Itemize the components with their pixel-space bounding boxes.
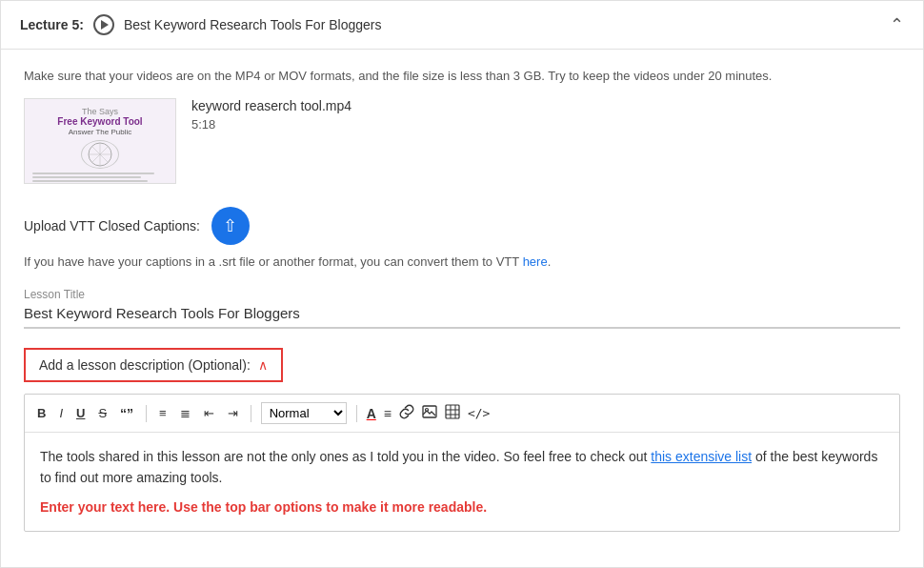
ordered-list-button[interactable]: ≡ bbox=[156, 404, 170, 422]
code-icon[interactable]: </> bbox=[468, 406, 490, 420]
align-icon[interactable]: ≡ bbox=[384, 406, 392, 421]
thumb-circle-decoration bbox=[81, 140, 119, 169]
collapse-icon[interactable]: ⌃ bbox=[890, 14, 904, 35]
format-select[interactable]: Normal Heading 1 Heading 2 Heading 3 Hea… bbox=[261, 402, 347, 424]
captions-info: If you have have your captions in a .srt… bbox=[24, 254, 900, 269]
description-chevron-icon: ∧ bbox=[258, 357, 268, 373]
toolbar-separator-1 bbox=[146, 405, 147, 422]
indent-right-button[interactable]: ⇥ bbox=[225, 404, 241, 422]
editor-body[interactable]: The tools shared in this lesson are not … bbox=[25, 433, 899, 531]
lecture-header: Lecture 5: Best Keyword Research Tools F… bbox=[1, 1, 923, 50]
video-duration: 5:18 bbox=[191, 117, 352, 132]
unordered-list-button[interactable]: ≣ bbox=[177, 404, 193, 422]
thumb-top-text: The Says bbox=[82, 107, 118, 116]
video-thumbnail: The Says Free Keyword Tool Answer The Pu… bbox=[24, 98, 176, 184]
editor-container: B I U S “” ≡ ≣ ⇤ ⇥ Normal Heading 1 Head… bbox=[24, 394, 900, 532]
table-icon[interactable] bbox=[445, 404, 460, 422]
play-icon[interactable] bbox=[93, 14, 114, 35]
italic-button[interactable]: I bbox=[56, 404, 66, 422]
editor-toolbar: B I U S “” ≡ ≣ ⇤ ⇥ Normal Heading 1 Head… bbox=[25, 395, 899, 433]
description-toggle-label: Add a lesson description (Optional): bbox=[39, 357, 251, 373]
lecture-label: Lecture 5: bbox=[20, 17, 84, 32]
toolbar-separator-2 bbox=[251, 405, 251, 422]
video-info: keyword reaserch tool.mp4 5:18 bbox=[191, 98, 352, 132]
thumb-main-title: Free Keyword Tool bbox=[57, 116, 142, 128]
upload-arrow-icon: ⇧ bbox=[223, 217, 237, 234]
format-notice: Make sure that your videos are on the MP… bbox=[24, 69, 900, 83]
lesson-title-value: Best Keyword Research Tools For Bloggers bbox=[24, 305, 900, 329]
upload-vtt-row: Upload VTT Closed Captions: ⇧ bbox=[24, 207, 900, 245]
indent-left-button[interactable]: ⇤ bbox=[201, 404, 217, 422]
upload-vtt-button[interactable]: ⇧ bbox=[211, 207, 250, 245]
lecture-title: Best Keyword Research Tools For Bloggers bbox=[124, 17, 382, 32]
editor-hint: Enter your text here. Use the top bar op… bbox=[40, 497, 884, 517]
content-area: Make sure that your videos are on the MP… bbox=[1, 50, 923, 551]
image-icon[interactable] bbox=[422, 404, 437, 422]
upload-vtt-label: Upload VTT Closed Captions: bbox=[24, 218, 200, 233]
quote-button[interactable]: “” bbox=[117, 404, 136, 423]
editor-content-text: The tools shared in this lesson are not … bbox=[40, 449, 651, 464]
strikethrough-button[interactable]: S bbox=[95, 404, 110, 422]
captions-text: If you have have your captions in a .srt… bbox=[24, 254, 523, 269]
link-icon[interactable] bbox=[399, 404, 414, 422]
video-row: The Says Free Keyword Tool Answer The Pu… bbox=[24, 98, 900, 184]
lesson-title-label: Lesson Title bbox=[24, 288, 900, 301]
video-filename: keyword reaserch tool.mp4 bbox=[191, 98, 352, 113]
toolbar-separator-3 bbox=[356, 405, 357, 422]
thumb-subtitle: Answer The Public bbox=[69, 128, 132, 136]
font-color-icon[interactable]: A bbox=[367, 406, 376, 421]
thumb-text-lines bbox=[32, 172, 168, 184]
lesson-title-section: Lesson Title Best Keyword Research Tools… bbox=[24, 288, 900, 329]
underline-button[interactable]: U bbox=[73, 404, 88, 422]
editor-content: The tools shared in this lesson are not … bbox=[40, 446, 884, 489]
description-toggle[interactable]: Add a lesson description (Optional): ∧ bbox=[24, 348, 283, 382]
svg-rect-5 bbox=[423, 406, 436, 417]
bold-button[interactable]: B bbox=[34, 404, 49, 422]
svg-rect-7 bbox=[446, 405, 459, 418]
editor-content-link[interactable]: this extensive list bbox=[651, 449, 752, 464]
captions-link[interactable]: here bbox=[523, 254, 548, 269]
